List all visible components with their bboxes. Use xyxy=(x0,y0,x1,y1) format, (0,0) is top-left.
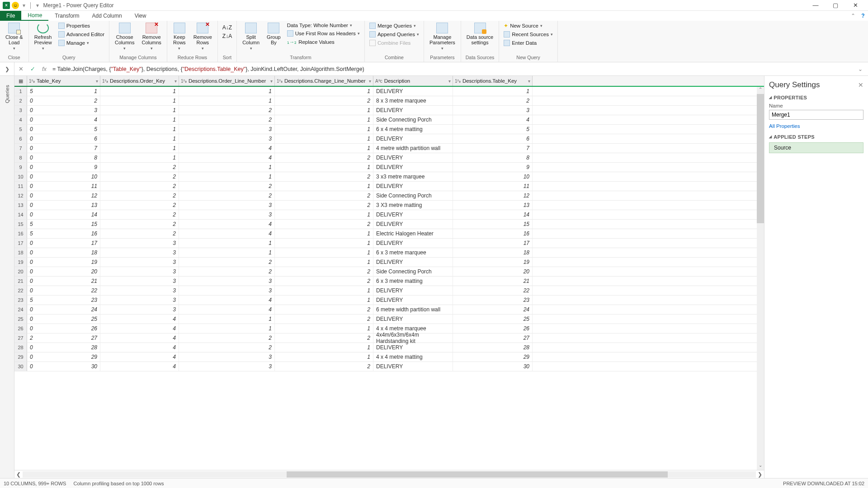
cell[interactable]: 516 xyxy=(27,229,100,238)
cell[interactable]: 010 xyxy=(27,172,100,181)
query-settings-close-icon[interactable]: ✕ xyxy=(858,81,863,89)
cell[interactable]: DELIVERY xyxy=(373,258,453,267)
cell[interactable]: DELIVERY xyxy=(373,87,453,96)
formula-commit-icon[interactable]: ✓ xyxy=(29,66,36,72)
cell[interactable]: 4 xyxy=(179,153,275,162)
cell[interactable]: 21 xyxy=(453,277,533,286)
cell[interactable]: 05 xyxy=(27,125,100,134)
cell[interactable]: 2 xyxy=(179,258,275,267)
cell[interactable]: 4 xyxy=(100,314,179,324)
table-row[interactable]: 130132323 X3 metre matting13 xyxy=(14,201,764,210)
queries-pane-expand-button[interactable]: ❯ xyxy=(0,62,14,75)
sort-desc-button[interactable]: Z↓A xyxy=(221,32,234,40)
cell[interactable]: 1 xyxy=(100,134,179,143)
cell[interactable]: 011 xyxy=(27,182,100,191)
cell[interactable]: 1 xyxy=(275,210,373,219)
choose-columns-button[interactable]: Choose Columns▾ xyxy=(112,22,137,52)
sort-asc-button[interactable]: A↓Z xyxy=(221,23,234,32)
table-row[interactable]: 25025412DELIVERY25 xyxy=(14,314,764,324)
cell[interactable]: DELIVERY xyxy=(373,296,453,305)
table-row[interactable]: 2021128 x 3 metre marquee2 xyxy=(14,96,764,106)
cell[interactable]: 15 xyxy=(453,220,533,229)
cell[interactable]: 3 xyxy=(100,296,179,305)
cell[interactable]: 026 xyxy=(27,324,100,333)
cell[interactable]: 4 x 4 metre matting xyxy=(373,352,453,361)
row-number[interactable]: 10 xyxy=(14,172,27,181)
cell[interactable]: 03 xyxy=(27,106,100,115)
row-number[interactable]: 22 xyxy=(14,286,27,295)
cell[interactable]: 18 xyxy=(453,248,533,257)
row-number[interactable]: 16 xyxy=(14,229,27,238)
column-header[interactable]: AᴮcDescription▾ xyxy=(373,76,453,86)
table-row[interactable]: 19019321DELIVERY19 xyxy=(14,258,764,267)
cell[interactable]: 3 xyxy=(179,201,275,210)
cell[interactable]: 025 xyxy=(27,314,100,324)
cell[interactable]: 2 xyxy=(100,191,179,200)
all-properties-link[interactable]: All Properties xyxy=(769,123,863,129)
tab-transform[interactable]: Transform xyxy=(48,11,85,21)
split-column-button[interactable]: Split Column▾ xyxy=(240,22,262,52)
manage-parameters-button[interactable]: Manage Parameters▾ xyxy=(427,22,458,52)
table-row[interactable]: 210213326 x 3 metre matting21 xyxy=(14,277,764,286)
row-number[interactable]: 5 xyxy=(14,125,27,134)
cell[interactable]: DELIVERY xyxy=(373,210,453,219)
cell[interactable]: 30 xyxy=(453,362,533,371)
cell[interactable]: 2 xyxy=(179,106,275,115)
cell[interactable]: 3 xyxy=(179,134,275,143)
tab-home[interactable]: Home xyxy=(21,11,48,21)
row-number[interactable]: 9 xyxy=(14,163,27,172)
cell[interactable]: 2 xyxy=(100,172,179,181)
column-header[interactable]: 1²₃Descriptions.Order_Line_Number▾ xyxy=(179,76,275,86)
cell[interactable]: 6 x 3 metre marquee xyxy=(373,248,453,257)
column-header[interactable]: 1²₃Descriptions.Order_Key▾ xyxy=(100,76,179,86)
cell[interactable]: 3 xyxy=(179,286,275,295)
cell[interactable]: 1 xyxy=(275,296,373,305)
cell[interactable]: 2 xyxy=(100,201,179,210)
cell[interactable]: 24 xyxy=(453,305,533,314)
cell[interactable]: DELIVERY xyxy=(373,239,453,248)
refresh-preview-button[interactable]: Refresh Preview ▾ xyxy=(32,22,55,52)
cell[interactable]: 6 metre width partition wall xyxy=(373,305,453,314)
column-header[interactable]: 1²₃Table_Key▾ xyxy=(27,76,100,86)
cell[interactable]: 26 xyxy=(453,324,533,333)
row-number[interactable]: 2 xyxy=(14,96,27,105)
row-number[interactable]: 23 xyxy=(14,296,27,305)
cell[interactable]: 2 xyxy=(275,201,373,210)
cell[interactable]: 29 xyxy=(453,352,533,361)
cell[interactable]: 1 xyxy=(179,239,275,248)
group-by-button[interactable]: Group By xyxy=(264,22,283,46)
table-row[interactable]: 22022331DELIVERY22 xyxy=(14,286,764,296)
row-number[interactable]: 24 xyxy=(14,305,27,314)
cell[interactable]: 1 xyxy=(453,87,533,96)
cell[interactable]: 1 xyxy=(275,144,373,153)
cell[interactable]: 04 xyxy=(27,115,100,124)
close-and-load-button[interactable]: Close & Load ▾ xyxy=(3,22,26,52)
applied-step-source[interactable]: Source xyxy=(769,142,863,153)
cell[interactable]: 1 xyxy=(275,239,373,248)
cell[interactable]: 19 xyxy=(453,258,533,267)
cell[interactable]: 1 xyxy=(275,182,373,191)
cell[interactable]: 1 xyxy=(179,324,275,333)
cell[interactable]: 11 xyxy=(453,182,533,191)
cell[interactable]: 4 xyxy=(100,324,179,333)
cell[interactable]: 1 xyxy=(275,125,373,134)
cell[interactable]: 9 xyxy=(453,163,533,172)
cell[interactable]: 4 xyxy=(179,229,275,238)
row-number[interactable]: 4 xyxy=(14,115,27,124)
cell[interactable]: 2 xyxy=(275,172,373,181)
properties-button[interactable]: Properties xyxy=(57,22,106,30)
cell[interactable]: 014 xyxy=(27,210,100,219)
cell[interactable]: 024 xyxy=(27,305,100,314)
cell[interactable]: 2 xyxy=(100,182,179,191)
advanced-editor-button[interactable]: Advanced Editor xyxy=(57,30,106,38)
row-number[interactable]: 11 xyxy=(14,182,27,191)
cell[interactable]: 1 xyxy=(179,163,275,172)
row-number[interactable]: 29 xyxy=(14,352,27,361)
close-window-button[interactable]: ✕ xyxy=(845,0,865,10)
cell[interactable]: 1 xyxy=(275,286,373,295)
cell[interactable]: 2 xyxy=(275,267,373,276)
cell[interactable]: 022 xyxy=(27,286,100,295)
tab-file[interactable]: File xyxy=(0,11,21,21)
cell[interactable]: 3 xyxy=(100,258,179,267)
row-number[interactable]: 14 xyxy=(14,210,27,219)
